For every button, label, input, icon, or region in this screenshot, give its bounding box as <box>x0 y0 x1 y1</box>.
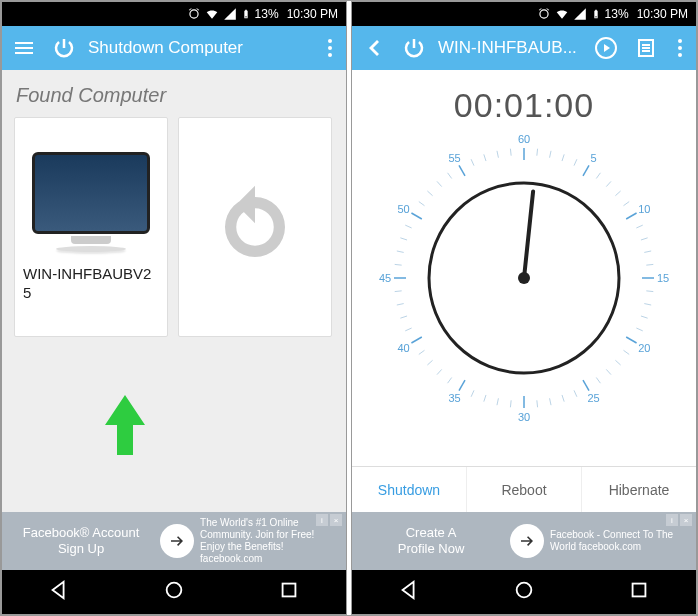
timer-dial[interactable]: 51015202530354045505560 <box>379 133 669 423</box>
computer-card[interactable]: WIN-INHFBAUBV25 <box>14 117 168 337</box>
action-tabs: Shutdown Reboot Hibernate <box>352 466 696 512</box>
power-icon-button[interactable] <box>398 32 430 64</box>
computer-icon <box>31 152 151 252</box>
play-button[interactable] <box>590 32 622 64</box>
svg-text:20: 20 <box>638 342 650 354</box>
svg-line-60 <box>471 159 474 165</box>
annotation-arrow <box>100 395 150 459</box>
svg-line-31 <box>562 395 564 402</box>
svg-line-44 <box>411 337 421 343</box>
svg-line-5 <box>537 149 538 156</box>
svg-line-35 <box>510 400 511 407</box>
arrow-right-icon <box>518 532 536 550</box>
ad-banner[interactable]: i× Create A Profile Now Facebook - Conne… <box>352 512 696 570</box>
app-title: Shutdown Computer <box>88 38 312 58</box>
section-title: Found Computer <box>2 70 346 117</box>
recents-button[interactable] <box>628 579 650 605</box>
arrow-right-icon <box>168 532 186 550</box>
svg-rect-80 <box>632 584 645 597</box>
ad-banner[interactable]: i× Facebook® Account Sign Up The World's… <box>2 512 346 570</box>
overflow-menu-button[interactable] <box>320 35 340 61</box>
svg-line-37 <box>484 395 486 402</box>
ad-cta-button[interactable] <box>510 524 544 558</box>
home-button[interactable] <box>513 579 535 605</box>
svg-text:5: 5 <box>590 152 596 164</box>
svg-line-50 <box>395 264 402 265</box>
ad-close-icon[interactable]: × <box>680 514 692 526</box>
menu-button[interactable] <box>8 32 40 64</box>
svg-text:35: 35 <box>448 392 460 404</box>
back-button[interactable] <box>398 579 420 605</box>
refresh-card[interactable] <box>178 117 332 337</box>
svg-line-46 <box>400 316 407 318</box>
svg-line-30 <box>574 390 577 396</box>
svg-point-79 <box>517 583 532 598</box>
svg-line-32 <box>550 398 551 405</box>
svg-line-36 <box>497 398 498 405</box>
svg-line-9 <box>583 165 589 175</box>
home-button[interactable] <box>163 579 185 605</box>
adchoices-icon: i <box>316 514 328 526</box>
clock-time: 10:30 PM <box>637 7 688 21</box>
list-button[interactable] <box>630 32 662 64</box>
battery-percent: 13% <box>605 7 629 21</box>
adchoices-icon: i <box>666 514 678 526</box>
svg-line-17 <box>644 251 651 252</box>
screen-left: 13% 10:30 PM Shutdown Computer Found Com… <box>1 1 347 615</box>
chevron-left-icon <box>362 36 386 60</box>
svg-point-0 <box>167 583 182 598</box>
back-button[interactable] <box>48 579 70 605</box>
svg-line-58 <box>448 173 452 179</box>
battery-icon <box>591 7 601 21</box>
svg-line-22 <box>641 316 648 318</box>
ad-title-line2: Profile Now <box>358 541 504 557</box>
svg-line-33 <box>537 400 538 407</box>
tab-hibernate[interactable]: Hibernate <box>582 467 696 512</box>
ad-title-line1: Create A <box>358 525 504 541</box>
svg-line-11 <box>606 181 611 186</box>
svg-line-53 <box>405 225 411 228</box>
tab-shutdown[interactable]: Shutdown <box>352 467 467 512</box>
svg-line-61 <box>484 154 486 161</box>
svg-line-10 <box>596 173 600 179</box>
tab-reboot[interactable]: Reboot <box>467 467 582 512</box>
signal-icon <box>223 7 237 21</box>
battery-icon <box>241 7 251 21</box>
overflow-menu-button[interactable] <box>670 35 690 61</box>
wifi-icon <box>205 7 219 21</box>
svg-line-63 <box>510 149 511 156</box>
refresh-icon <box>210 182 300 272</box>
svg-line-23 <box>636 328 642 331</box>
ad-description: Facebook - Connect To The World facebook… <box>550 529 690 553</box>
svg-line-51 <box>397 251 404 252</box>
battery-percent: 13% <box>255 7 279 21</box>
svg-line-20 <box>646 291 653 292</box>
hamburger-icon <box>12 36 36 60</box>
svg-text:40: 40 <box>397 342 409 354</box>
screen-right: 13% 10:30 PM WIN-INHFBAUB... 00:01:00 51… <box>351 1 697 615</box>
svg-line-18 <box>646 264 653 265</box>
power-icon-button[interactable] <box>48 32 80 64</box>
ad-title-line2: Sign Up <box>8 541 154 557</box>
svg-line-42 <box>427 360 432 365</box>
recents-button[interactable] <box>278 579 300 605</box>
ad-close-icon[interactable]: × <box>330 514 342 526</box>
svg-line-16 <box>641 238 648 240</box>
svg-line-59 <box>459 165 465 175</box>
alarm-icon <box>187 7 201 21</box>
svg-text:25: 25 <box>587 392 599 404</box>
svg-line-8 <box>574 159 577 165</box>
ad-cta-button[interactable] <box>160 524 194 558</box>
timer-area: 00:01:00 51015202530354045505560 <box>352 70 696 466</box>
ad-title-line1: Facebook® Account <box>8 525 154 541</box>
svg-line-54 <box>411 213 421 219</box>
svg-line-48 <box>395 291 402 292</box>
svg-line-14 <box>626 213 636 219</box>
status-bar: 13% 10:30 PM <box>352 2 696 26</box>
back-button[interactable] <box>358 32 390 64</box>
svg-line-39 <box>459 380 465 390</box>
app-title: WIN-INHFBAUB... <box>438 38 582 58</box>
svg-line-29 <box>583 380 589 390</box>
svg-line-15 <box>636 225 642 228</box>
alarm-icon <box>537 7 551 21</box>
